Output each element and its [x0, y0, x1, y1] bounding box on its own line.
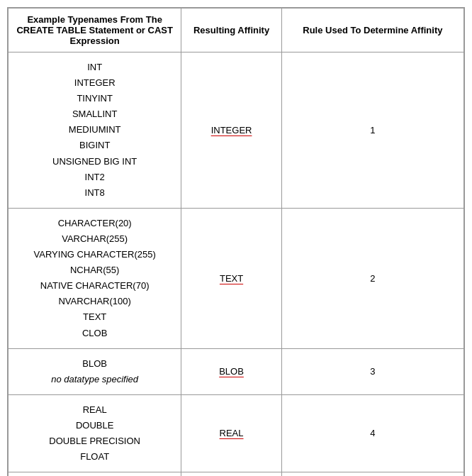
affinity-cell: BLOB — [181, 348, 281, 394]
affinity-value: INTEGER — [211, 125, 252, 135]
header-row: Example Typenames From The CREATE TABLE … — [9, 9, 464, 52]
typenames-cell: BLOBno datatype specified — [9, 348, 181, 394]
rule-cell: 2 — [281, 208, 463, 348]
rule-cell: 4 — [281, 394, 463, 472]
affinity-value: TEXT — [220, 273, 243, 284]
rule-cell: 1 — [281, 52, 463, 209]
typenames-cell: REALDOUBLEDOUBLE PRECISIONFLOAT — [9, 394, 181, 472]
affinity-value: REAL — [220, 428, 244, 438]
table-row: REALDOUBLEDOUBLE PRECISIONFLOATREAL4 — [9, 394, 464, 472]
rule-cell: 5 — [281, 472, 463, 476]
affinity-value: BLOB — [219, 366, 244, 377]
table-row: NUMERICDECIMAL(10,5)BOOLEANDATEDATETIMEN… — [9, 472, 464, 476]
table-row: CHARACTER(20)VARCHAR(255)VARYING CHARACT… — [9, 208, 464, 348]
affinity-cell: INTEGER — [181, 52, 281, 209]
affinity-cell: REAL — [181, 394, 281, 472]
rule-cell: 3 — [281, 348, 463, 394]
header-affinity: Resulting Affinity — [181, 9, 281, 52]
affinity-table: Example Typenames From The CREATE TABLE … — [8, 8, 464, 476]
typenames-cell: CHARACTER(20)VARCHAR(255)VARYING CHARACT… — [9, 208, 181, 348]
affinity-cell: TEXT — [181, 208, 281, 348]
typenames-cell: NUMERICDECIMAL(10,5)BOOLEANDATEDATETIME — [9, 472, 181, 476]
table-row: INTINTEGERTINYINTSMALLINTMEDIUMINTBIGINT… — [9, 52, 464, 209]
affinity-cell: NUMERIC — [181, 472, 281, 476]
typenames-cell: INTINTEGERTINYINTSMALLINTMEDIUMINTBIGINT… — [9, 52, 181, 209]
header-typenames: Example Typenames From The CREATE TABLE … — [9, 9, 181, 52]
table-row: BLOBno datatype specifiedBLOB3 — [9, 348, 464, 394]
header-rule: Rule Used To Determine Affinity — [281, 9, 463, 52]
affinity-table-wrapper: Example Typenames From The CREATE TABLE … — [7, 7, 465, 476]
